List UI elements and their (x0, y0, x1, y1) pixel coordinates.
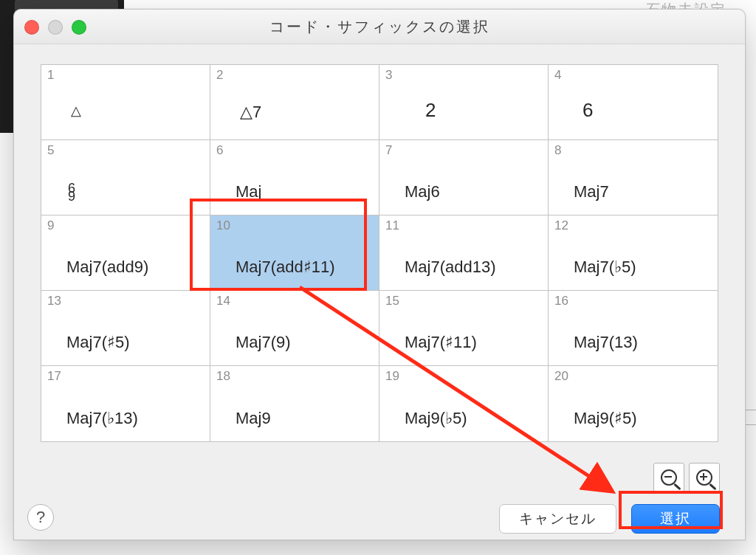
close-icon[interactable] (24, 20, 39, 35)
dialog-title: コード・サフィックスの選択 (269, 17, 490, 37)
cell-label: Maj7(♯11) (405, 333, 477, 352)
cell-label: Maj7(add♯11) (236, 258, 335, 277)
cell-number: 20 (554, 369, 568, 384)
suffix-cell[interactable]: 1 △ (41, 65, 210, 140)
cell-number: 15 (385, 294, 399, 308)
cell-label: Maj6 (405, 182, 440, 201)
zoom-window-icon[interactable] (72, 20, 86, 35)
cell-number: 5 (47, 143, 54, 158)
suffix-cell[interactable]: 9 Maj7(add9) (41, 216, 210, 291)
zoom-in-icon (696, 469, 712, 486)
cell-label: Maj7(13) (574, 333, 638, 352)
suffix-cell[interactable]: 13 Maj7(♯5) (41, 291, 210, 366)
suffix-cell[interactable]: 16 Maj7(13) (549, 291, 718, 366)
suffix-cell[interactable]: 17 Maj7(♭13) (41, 366, 210, 441)
cell-number: 3 (385, 68, 392, 83)
suffix-cell[interactable]: 5 69 (41, 140, 210, 216)
cell-number: 10 (216, 218, 230, 233)
cancel-button[interactable]: キャンセル (499, 504, 616, 534)
cell-label: Maj (236, 182, 261, 201)
cell-number: 14 (216, 294, 230, 308)
suffix-cell[interactable]: 20 Maj9(♯5) (549, 366, 718, 441)
cell-number: 16 (554, 294, 568, 308)
dialog-buttons: キャンセル 選択 (499, 504, 720, 534)
suffix-cell-selected[interactable]: 10 Maj7(add♯11) (210, 216, 379, 291)
cell-label: △7 (240, 103, 261, 122)
cell-label: 6 (583, 99, 593, 122)
suffix-cell[interactable]: 3 2 (379, 65, 549, 140)
suffix-cell[interactable]: 12 Maj7(♭5) (549, 216, 718, 291)
cell-label: Maj7(♭5) (574, 258, 636, 277)
suffix-cell[interactable]: 4 6 (549, 65, 718, 140)
suffix-cell[interactable]: 6 Maj (210, 140, 379, 216)
suffix-cell[interactable]: 19 Maj9(♭5) (379, 366, 549, 441)
suffix-cell[interactable]: 2 △7 (210, 65, 379, 140)
select-button[interactable]: 選択 (631, 504, 720, 534)
cell-number: 9 (47, 218, 54, 233)
cell-label: Maj7(♯5) (66, 333, 130, 352)
cell-label: Maj7(add9) (66, 258, 148, 277)
cell-number: 13 (47, 294, 61, 308)
cell-number: 2 (216, 68, 223, 83)
cell-label: Maj9(♭5) (405, 409, 467, 428)
cell-number: 11 (385, 218, 399, 233)
suffix-cell[interactable]: 18 Maj9 (210, 366, 379, 441)
cell-label: Maj7 (574, 182, 609, 201)
cell-number: 12 (554, 218, 568, 233)
help-button[interactable]: ? (27, 504, 54, 531)
suffix-cell[interactable]: 14 Maj7(9) (210, 291, 379, 366)
suffix-cell[interactable]: 8 Maj7 (549, 140, 718, 216)
cell-number: 1 (47, 68, 54, 83)
titlebar: コード・サフィックスの選択 (14, 10, 745, 44)
suffix-cell[interactable]: 15 Maj7(♯11) (379, 291, 549, 366)
traffic-lights (24, 20, 86, 35)
cell-number: 8 (554, 143, 561, 158)
suffix-grid-inner: 1 △ 2 △7 3 2 4 6 5 69 6 Maj (41, 65, 718, 441)
dialog-chord-suffix: コード・サフィックスの選択 1 △ 2 △7 3 2 4 6 5 69 (13, 9, 746, 540)
zoom-in-button[interactable] (689, 463, 720, 492)
cell-label: Maj9 (236, 409, 271, 428)
zoom-out-icon (661, 469, 677, 486)
cell-label: Maj9(♯5) (574, 409, 637, 428)
cell-label: △ (71, 103, 81, 119)
cell-number: 17 (47, 369, 61, 384)
minimize-icon (48, 20, 63, 35)
cell-number: 18 (216, 369, 230, 384)
zoom-out-button[interactable] (653, 463, 684, 492)
cell-label: 69 (68, 185, 75, 201)
cell-number: 6 (216, 143, 223, 158)
cell-number: 4 (554, 68, 561, 83)
zoom-controls (653, 463, 720, 492)
suffix-grid: 1 △ 2 △7 3 2 4 6 5 69 6 Maj (41, 64, 718, 442)
cell-number: 7 (385, 143, 392, 158)
cell-label: 2 (425, 99, 436, 122)
cell-number: 19 (385, 369, 399, 384)
cell-label: Maj7(add13) (405, 258, 496, 277)
cell-label: Maj7(9) (236, 333, 291, 352)
cell-label: Maj7(♭13) (66, 409, 138, 428)
suffix-cell[interactable]: 7 Maj6 (379, 140, 549, 216)
suffix-cell[interactable]: 11 Maj7(add13) (379, 216, 549, 291)
